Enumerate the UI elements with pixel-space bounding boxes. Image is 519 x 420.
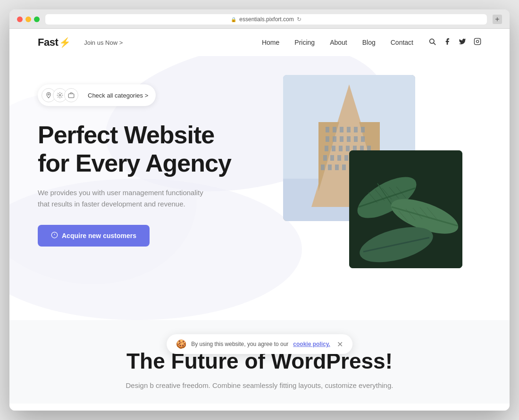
minimize-button[interactable] xyxy=(25,16,31,22)
nav-contact[interactable]: Contact xyxy=(391,39,413,46)
cta-button[interactable]: Acquire new customers xyxy=(38,225,150,247)
address-bar[interactable]: 🔒 essentials.pixfort.com ↻ xyxy=(45,14,487,25)
svg-rect-30 xyxy=(346,146,350,151)
logo-bolt-icon: ⚡ xyxy=(59,37,71,48)
svg-rect-18 xyxy=(347,127,351,132)
browser-window: 🔒 essentials.pixfort.com ↻ + Fast ⚡ Join… xyxy=(9,9,510,411)
hero-images xyxy=(274,75,481,273)
svg-rect-17 xyxy=(340,127,343,132)
cookie-bar: 🍪 By using this website, you agree to ou… xyxy=(167,334,352,354)
svg-rect-23 xyxy=(340,136,343,142)
svg-rect-34 xyxy=(323,155,327,161)
categories-text: Check all categories > xyxy=(88,92,148,99)
close-button[interactable] xyxy=(17,16,23,22)
svg-rect-37 xyxy=(344,155,348,161)
svg-rect-43 xyxy=(335,165,339,170)
svg-rect-22 xyxy=(333,136,336,142)
pill-icon-3 xyxy=(64,88,78,102)
search-icon[interactable] xyxy=(428,38,436,47)
nav-social-icons xyxy=(428,38,481,47)
categories-pill[interactable]: Check all categories > xyxy=(38,84,156,106)
nav-blog[interactable]: Blog xyxy=(362,39,376,46)
bottom-section: The Future of WordPress! Design b creati… xyxy=(9,320,510,404)
instagram-icon[interactable] xyxy=(474,38,481,47)
svg-rect-24 xyxy=(347,136,351,142)
nav-links: Home Pricing About Blog Contact xyxy=(262,39,413,46)
hero-title-line2: for Every Agency xyxy=(38,149,231,177)
traffic-lights xyxy=(17,16,40,22)
join-us-link[interactable]: Join us Now > xyxy=(84,39,123,46)
svg-rect-15 xyxy=(326,127,329,132)
nav-pricing[interactable]: Pricing xyxy=(294,39,315,46)
page-content: Fast ⚡ Join us Now > Home Pricing About … xyxy=(9,29,510,411)
cookie-emoji: 🍪 xyxy=(176,339,186,349)
hero-title-line1: Perfect Website xyxy=(38,121,214,148)
svg-rect-20 xyxy=(361,127,365,132)
logo: Fast ⚡ xyxy=(38,36,71,49)
svg-rect-25 xyxy=(354,136,358,142)
navbar: Fast ⚡ Join us Now > Home Pricing About … xyxy=(9,29,510,56)
hero-left: Check all categories > Perfect Website f… xyxy=(38,75,264,247)
svg-rect-36 xyxy=(337,155,341,161)
svg-rect-28 xyxy=(332,146,335,151)
svg-rect-41 xyxy=(321,165,325,170)
svg-rect-44 xyxy=(342,165,346,170)
svg-point-5 xyxy=(59,94,61,96)
maximize-button[interactable] xyxy=(34,16,40,22)
new-tab-button[interactable]: + xyxy=(493,15,502,24)
cta-label: Acquire new customers xyxy=(62,232,136,239)
svg-rect-19 xyxy=(354,127,358,132)
cookie-policy-link[interactable]: cookie policy. xyxy=(293,341,330,347)
hero-title: Perfect Website for Every Agency xyxy=(38,121,264,178)
cookie-text: By using this website, you agree to our xyxy=(191,341,288,347)
pill-icons xyxy=(42,88,78,102)
hero-image-leaves xyxy=(349,150,462,268)
nav-about[interactable]: About xyxy=(330,39,347,46)
hero-subtitle: We provides you with user management fun… xyxy=(38,187,208,210)
logo-text: Fast xyxy=(38,36,58,49)
svg-rect-21 xyxy=(326,136,329,142)
svg-point-4 xyxy=(48,94,50,95)
twitter-icon[interactable] xyxy=(459,38,466,47)
hero-inner: Check all categories > Perfect Website f… xyxy=(38,75,481,273)
bottom-subtitle-suffix: creative freedom. Combine seamlessly fit… xyxy=(156,381,393,389)
svg-rect-2 xyxy=(474,38,480,44)
url-text: essentials.pixfort.com xyxy=(239,16,293,23)
hero-section: Check all categories > Perfect Website f… xyxy=(9,56,510,320)
cookie-close-button[interactable]: ✕ xyxy=(337,340,343,349)
svg-rect-26 xyxy=(361,136,365,142)
lock-icon: 🔒 xyxy=(231,17,236,22)
browser-chrome: 🔒 essentials.pixfort.com ↻ + xyxy=(9,9,510,29)
svg-line-1 xyxy=(434,43,435,45)
bottom-subtitle: Design b creative freedom. Combine seaml… xyxy=(38,381,481,389)
nav-home[interactable]: Home xyxy=(262,39,279,46)
facebook-icon[interactable] xyxy=(444,38,451,47)
svg-rect-35 xyxy=(330,155,334,161)
svg-rect-42 xyxy=(328,165,332,170)
bottom-subtitle-prefix: Design b xyxy=(126,381,154,389)
svg-rect-16 xyxy=(333,127,336,132)
svg-rect-6 xyxy=(68,94,74,98)
refresh-icon[interactable]: ↻ xyxy=(297,16,301,23)
svg-rect-27 xyxy=(325,146,328,151)
svg-rect-29 xyxy=(339,146,343,151)
cta-icon xyxy=(51,231,58,240)
